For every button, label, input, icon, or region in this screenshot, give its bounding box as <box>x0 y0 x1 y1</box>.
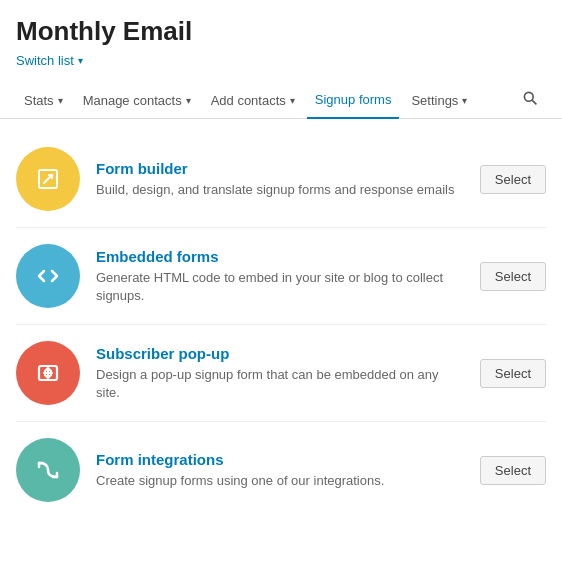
form-integrations-desc: Create signup forms using one of our int… <box>96 472 464 490</box>
form-builder-info: Form builder Build, design, and translat… <box>96 160 464 199</box>
chevron-down-icon: ▾ <box>78 55 83 66</box>
subscriber-popup-select-button[interactable]: Select <box>480 359 546 388</box>
nav-add-contacts-label: Add contacts <box>211 93 286 108</box>
form-builder-select-button[interactable]: Select <box>480 165 546 194</box>
nav-stats-label: Stats <box>24 93 54 108</box>
header: Monthly Email Switch list ▾ <box>0 0 562 68</box>
subscriber-popup-item: Subscriber pop-up Design a pop-up signup… <box>16 325 546 422</box>
nav-settings[interactable]: Settings ▾ <box>403 83 475 118</box>
nav-manage-contacts[interactable]: Manage contacts ▾ <box>75 83 199 118</box>
form-integrations-select-button[interactable]: Select <box>480 456 546 485</box>
form-integrations-item: Form integrations Create signup forms us… <box>16 422 546 518</box>
subscriber-popup-name: Subscriber pop-up <box>96 345 464 362</box>
nav-stats[interactable]: Stats ▾ <box>16 83 71 118</box>
nav-manage-contacts-label: Manage contacts <box>83 93 182 108</box>
embedded-forms-desc: Generate HTML code to embed in your site… <box>96 269 464 305</box>
chevron-down-icon: ▾ <box>462 95 467 106</box>
code-icon <box>34 262 62 290</box>
form-integrations-info: Form integrations Create signup forms us… <box>96 451 464 490</box>
svg-point-0 <box>524 93 533 102</box>
subscriber-popup-icon-circle <box>16 341 80 405</box>
form-builder-item: Form builder Build, design, and translat… <box>16 131 546 228</box>
search-icon <box>522 90 538 106</box>
form-integrations-name: Form integrations <box>96 451 464 468</box>
page-title: Monthly Email <box>16 16 546 47</box>
embedded-forms-info: Embedded forms Generate HTML code to emb… <box>96 248 464 305</box>
switch-list-label: Switch list <box>16 53 74 68</box>
embedded-forms-select-button[interactable]: Select <box>480 262 546 291</box>
nav-add-contacts[interactable]: Add contacts ▾ <box>203 83 303 118</box>
embedded-forms-name: Embedded forms <box>96 248 464 265</box>
form-builder-desc: Build, design, and translate signup form… <box>96 181 464 199</box>
chevron-down-icon: ▾ <box>58 95 63 106</box>
form-integrations-icon-circle <box>16 438 80 502</box>
embedded-forms-icon-circle <box>16 244 80 308</box>
form-builder-icon-circle <box>16 147 80 211</box>
nav-signup-forms-label: Signup forms <box>315 92 392 107</box>
link-icon <box>34 165 62 193</box>
nav-settings-label: Settings <box>411 93 458 108</box>
forms-list: Form builder Build, design, and translat… <box>0 119 562 530</box>
subscriber-popup-info: Subscriber pop-up Design a pop-up signup… <box>96 345 464 402</box>
svg-line-1 <box>532 101 536 105</box>
nav-signup-forms[interactable]: Signup forms <box>307 82 400 119</box>
popup-icon <box>34 359 62 387</box>
arrows-icon <box>34 456 62 484</box>
embedded-forms-item: Embedded forms Generate HTML code to emb… <box>16 228 546 325</box>
chevron-down-icon: ▾ <box>186 95 191 106</box>
form-builder-name: Form builder <box>96 160 464 177</box>
subscriber-popup-desc: Design a pop-up signup form that can be … <box>96 366 464 402</box>
chevron-down-icon: ▾ <box>290 95 295 106</box>
search-button[interactable] <box>514 82 546 118</box>
switch-list-button[interactable]: Switch list ▾ <box>16 53 83 68</box>
nav-bar: Stats ▾ Manage contacts ▾ Add contacts ▾… <box>0 82 562 119</box>
